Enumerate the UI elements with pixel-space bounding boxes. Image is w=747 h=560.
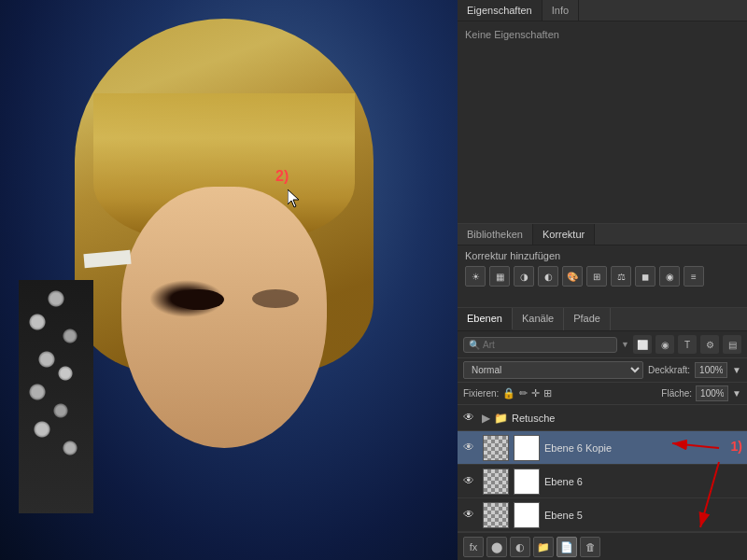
layer-mask-ebene6 (514, 469, 540, 495)
corrections-content: Korrektur hinzufügen ☀ ▦ ◑ ◐ 🎨 ⊞ ⚖ ◼ ◉ ≡ (458, 245, 747, 291)
layer-thumb-ebene5 (483, 502, 509, 528)
layer-tool-btn-5[interactable]: ▤ (723, 335, 741, 354)
layers-panel: Ebenen Kanäle Pfade 🔍 ▼ ⬜ ◉ T ⚙ ▤ (458, 308, 747, 560)
search-icon: 🔍 (469, 340, 480, 350)
fx-button[interactable]: fx (463, 537, 484, 557)
layer-name-ebene6: Ebene 6 (544, 476, 741, 487)
photo-filter-icon[interactable]: ◉ (659, 266, 680, 287)
opacity-input[interactable] (695, 362, 727, 378)
properties-content: Keine Eigenschaften (458, 21, 747, 48)
annotation-label-1: 1) (731, 439, 742, 454)
layer-name-retusche: Retusche (512, 413, 741, 424)
photo-pearls (19, 280, 93, 513)
balance-icon[interactable]: ⚖ (611, 266, 631, 287)
tab-info[interactable]: Info (543, 0, 579, 21)
layer-name-ebene5: Ebene 5 (544, 510, 741, 521)
corrections-tab-bar: Bibliotheken Korrektur (458, 224, 747, 245)
blend-mode-row: Normal Deckkraft: ▼ (458, 358, 747, 383)
add-mask-button[interactable]: ⬤ (486, 537, 507, 557)
folder-arrow-retusche: ▶ (482, 412, 490, 425)
photo-eye-makeup (149, 280, 224, 317)
no-properties-label: Keine Eigenschaften (465, 29, 559, 40)
layer-mask-ebene5 (514, 502, 540, 528)
layer-item-ebene6kopie[interactable]: 👁 Ebene 6 Kopie 1) (458, 431, 747, 465)
adjustment-button[interactable]: ◐ (510, 537, 530, 557)
fix-icon-paint[interactable]: ✏ (519, 387, 528, 399)
layers-toolbar: 🔍 ▼ ⬜ ◉ T ⚙ ▤ (458, 331, 747, 358)
layer-item-ebene5[interactable]: 👁 Ebene 5 (458, 498, 747, 532)
tab-eigenschaften[interactable]: Eigenschaften (458, 0, 543, 21)
layer-tool-btn-1[interactable]: ⬜ (633, 335, 652, 354)
tab-bibliotheken[interactable]: Bibliotheken (458, 224, 533, 245)
properties-tab-bar: Eigenschaften Info (458, 0, 747, 21)
new-group-button[interactable]: 📁 (533, 537, 554, 557)
corrections-panel: Bibliotheken Korrektur Korrektur hinzufü… (458, 224, 747, 308)
filter-search-box[interactable]: 🔍 (463, 337, 617, 353)
brightness-icon[interactable]: ☀ (465, 266, 486, 287)
new-layer-button[interactable]: 📄 (557, 537, 577, 557)
blend-mode-dropdown[interactable]: Normal (463, 361, 643, 379)
fix-icon-move[interactable]: ✛ (531, 387, 540, 399)
opacity-label: Deckkraft: (648, 365, 690, 375)
tab-korrektur[interactable]: Korrektur (533, 224, 595, 245)
photo-canvas: 2) (0, 0, 458, 560)
fix-icon-artboard[interactable]: ⊞ (543, 387, 552, 399)
fixieren-row: Fixieren: 🔒 ✏ ✛ ⊞ Fläche: ▼ (458, 383, 747, 405)
svg-marker-0 (288, 189, 299, 207)
cursor-pointer (288, 189, 306, 208)
layer-item-ebene6[interactable]: 👁 Ebene 6 (458, 465, 747, 498)
layers-tabs: Ebenen Kanäle Pfade (458, 308, 747, 331)
visibility-icon-ebene6kopie[interactable]: 👁 (463, 441, 478, 455)
photo-face (121, 187, 327, 448)
tab-kanaele[interactable]: Kanäle (513, 308, 564, 330)
korrektur-hinzufuegen-label: Korrektur hinzufügen (465, 250, 740, 261)
visibility-icon-ebene5[interactable]: 👁 (463, 508, 478, 523)
photo-background (0, 0, 458, 560)
fixieren-label: Fixieren: (463, 388, 499, 399)
layer-group-retusche[interactable]: 👁 ▶ 📁 Retusche (458, 405, 747, 431)
visibility-icon-ebene6[interactable]: 👁 (463, 474, 478, 489)
right-panel: Eigenschaften Info Keine Eigenschaften B… (458, 0, 747, 560)
layer-thumb-ebene6kopie (483, 435, 509, 461)
layer-mask-ebene6kopie (514, 435, 540, 461)
folder-icon-retusche: 📁 (494, 412, 508, 425)
layer-tool-btn-4[interactable]: ⚙ (700, 335, 719, 354)
hue-icon[interactable]: ⊞ (586, 266, 607, 287)
channel-mixer-icon[interactable]: ≡ (684, 266, 704, 287)
filter-input[interactable] (483, 340, 529, 350)
curves-icon[interactable]: ◑ (514, 266, 534, 287)
layer-tool-btn-2[interactable]: ◉ (655, 335, 674, 354)
exposure-icon[interactable]: ◐ (538, 266, 558, 287)
vibrance-icon[interactable]: 🎨 (562, 266, 583, 287)
dropdown-chevron: ▼ (621, 340, 629, 349)
visibility-icon-retusche[interactable]: 👁 (463, 411, 478, 426)
levels-icon[interactable]: ▦ (489, 266, 510, 287)
tab-pfade[interactable]: Pfade (564, 308, 611, 330)
bw-icon[interactable]: ◼ (635, 266, 655, 287)
flache-chevron: ▼ (732, 388, 741, 399)
photo-eye-right (252, 289, 299, 308)
app-window: 2) Eigenschaften Info Keine Eigenschafte… (0, 0, 747, 560)
delete-layer-button[interactable]: 🗑 (580, 537, 600, 557)
opacity-chevron: ▼ (732, 365, 741, 375)
layer-tool-btn-3[interactable]: T (678, 335, 697, 354)
layers-list: 👁 ▶ 📁 Retusche 👁 Ebene 6 Kopie 1) 👁 (458, 405, 747, 532)
properties-panel: Eigenschaften Info Keine Eigenschaften (458, 0, 747, 224)
layers-bottom-bar: fx ⬤ ◐ 📁 📄 🗑 (458, 532, 747, 560)
annotation-label-2: 2) (275, 168, 289, 185)
layer-name-ebene6kopie: Ebene 6 Kopie (544, 442, 741, 454)
tab-ebenen[interactable]: Ebenen (458, 308, 513, 330)
fix-icon-lock[interactable]: 🔒 (502, 387, 515, 399)
flache-label: Fläche: (661, 388, 692, 399)
flache-input[interactable] (696, 385, 728, 401)
layer-thumb-ebene6 (483, 469, 509, 495)
corrections-icons-row: ☀ ▦ ◑ ◐ 🎨 ⊞ ⚖ ◼ ◉ ≡ (465, 266, 740, 287)
